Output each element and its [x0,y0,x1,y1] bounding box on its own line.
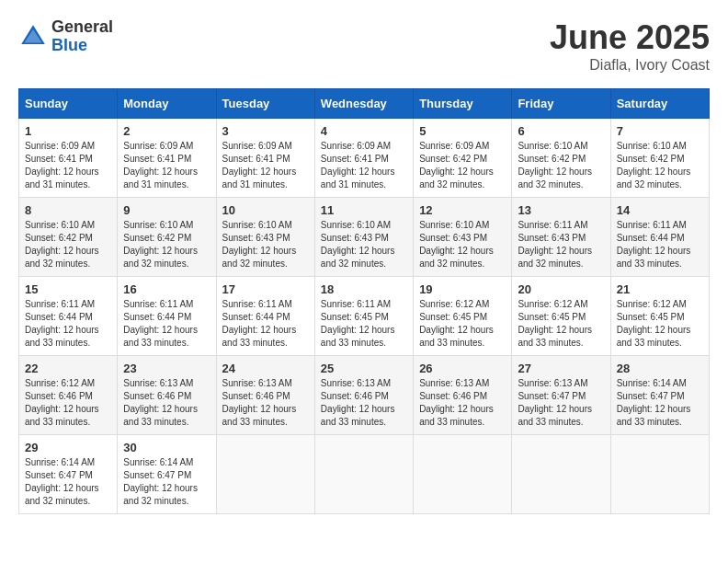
weekday-header-sunday: Sunday [19,89,118,119]
calendar-week-3: 15 Sunrise: 6:11 AMSunset: 6:44 PMDaylig… [19,277,710,356]
calendar-cell: 3 Sunrise: 6:09 AMSunset: 6:41 PMDayligh… [216,119,314,198]
day-number: 28 [617,362,703,375]
weekday-header-row: SundayMondayTuesdayWednesdayThursdayFrid… [19,89,710,119]
calendar-week-5: 29 Sunrise: 6:14 AMSunset: 6:47 PMDaylig… [19,435,710,514]
logo-icon [18,22,48,52]
weekday-header-tuesday: Tuesday [216,89,314,119]
calendar-cell: 5 Sunrise: 6:09 AMSunset: 6:42 PMDayligh… [414,119,512,198]
calendar-cell: 15 Sunrise: 6:11 AMSunset: 6:44 PMDaylig… [19,277,118,356]
day-number: 26 [419,362,506,375]
calendar-week-4: 22 Sunrise: 6:12 AMSunset: 6:46 PMDaylig… [19,356,710,435]
calendar-cell: 6 Sunrise: 6:10 AMSunset: 6:42 PMDayligh… [512,119,610,198]
day-info: Sunrise: 6:13 AMSunset: 6:47 PMDaylight:… [518,377,604,429]
day-number: 18 [321,282,407,296]
day-info: Sunrise: 6:09 AMSunset: 6:41 PMDaylight:… [222,140,309,191]
day-info: Sunrise: 6:10 AMSunset: 6:42 PMDaylight:… [617,140,703,191]
day-number: 30 [123,441,210,454]
title-block: June 2025 Diafla, Ivory Coast [550,18,710,74]
day-number: 15 [25,282,111,296]
logo: General Blue [18,18,113,55]
calendar-cell [414,435,512,514]
calendar-cell: 4 Sunrise: 6:09 AMSunset: 6:41 PMDayligh… [314,119,413,198]
weekday-header-monday: Monday [118,89,216,119]
calendar-cell: 24 Sunrise: 6:13 AMSunset: 6:46 PMDaylig… [216,356,314,435]
calendar-cell [216,435,314,514]
calendar-cell: 26 Sunrise: 6:13 AMSunset: 6:46 PMDaylig… [414,356,512,435]
logo-general-text: General [51,18,113,37]
day-number: 17 [222,282,309,296]
day-info: Sunrise: 6:09 AMSunset: 6:42 PMDaylight:… [419,140,506,191]
day-number: 16 [123,282,210,296]
day-info: Sunrise: 6:11 AMSunset: 6:44 PMDaylight:… [617,219,703,270]
day-number: 3 [222,124,309,138]
day-number: 19 [419,282,506,296]
day-info: Sunrise: 6:11 AMSunset: 6:44 PMDaylight:… [25,298,111,350]
calendar-cell [512,435,610,514]
day-info: Sunrise: 6:11 AMSunset: 6:45 PMDaylight:… [321,298,407,350]
calendar-week-2: 8 Sunrise: 6:10 AMSunset: 6:42 PMDayligh… [19,198,710,277]
day-number: 25 [321,362,407,375]
calendar-cell: 1 Sunrise: 6:09 AMSunset: 6:41 PMDayligh… [19,119,118,198]
calendar-cell: 22 Sunrise: 6:12 AMSunset: 6:46 PMDaylig… [19,356,118,435]
calendar-cell: 9 Sunrise: 6:10 AMSunset: 6:42 PMDayligh… [118,198,216,277]
day-number: 27 [518,362,604,375]
day-info: Sunrise: 6:09 AMSunset: 6:41 PMDaylight:… [25,140,111,191]
day-number: 24 [222,362,309,375]
calendar-cell: 23 Sunrise: 6:13 AMSunset: 6:46 PMDaylig… [118,356,216,435]
weekday-header-wednesday: Wednesday [314,89,413,119]
calendar-cell: 19 Sunrise: 6:12 AMSunset: 6:45 PMDaylig… [414,277,512,356]
day-number: 12 [419,203,506,217]
day-number: 9 [123,203,210,217]
day-info: Sunrise: 6:12 AMSunset: 6:45 PMDaylight:… [419,298,506,350]
day-number: 5 [419,124,506,138]
calendar-cell: 12 Sunrise: 6:10 AMSunset: 6:43 PMDaylig… [414,198,512,277]
calendar-cell [314,435,413,514]
day-info: Sunrise: 6:10 AMSunset: 6:43 PMDaylight:… [419,219,506,270]
calendar-week-1: 1 Sunrise: 6:09 AMSunset: 6:41 PMDayligh… [19,119,710,198]
calendar-cell: 30 Sunrise: 6:14 AMSunset: 6:47 PMDaylig… [118,435,216,514]
day-number: 6 [518,124,604,138]
day-info: Sunrise: 6:13 AMSunset: 6:46 PMDaylight:… [419,377,506,429]
day-number: 13 [518,203,604,217]
day-info: Sunrise: 6:11 AMSunset: 6:43 PMDaylight:… [518,219,604,270]
calendar-cell: 17 Sunrise: 6:11 AMSunset: 6:44 PMDaylig… [216,277,314,356]
calendar-cell: 20 Sunrise: 6:12 AMSunset: 6:45 PMDaylig… [512,277,610,356]
calendar-title: June 2025 [550,18,710,57]
logo-text: General Blue [51,18,113,55]
day-info: Sunrise: 6:12 AMSunset: 6:46 PMDaylight:… [25,377,111,429]
day-number: 4 [321,124,407,138]
day-number: 11 [321,203,407,217]
calendar-cell: 28 Sunrise: 6:14 AMSunset: 6:47 PMDaylig… [610,356,709,435]
calendar-cell: 11 Sunrise: 6:10 AMSunset: 6:43 PMDaylig… [314,198,413,277]
day-info: Sunrise: 6:09 AMSunset: 6:41 PMDaylight:… [321,140,407,191]
day-info: Sunrise: 6:14 AMSunset: 6:47 PMDaylight:… [123,456,210,508]
day-number: 7 [617,124,703,138]
day-info: Sunrise: 6:13 AMSunset: 6:46 PMDaylight:… [222,377,309,429]
calendar-cell: 7 Sunrise: 6:10 AMSunset: 6:42 PMDayligh… [610,119,709,198]
day-number: 10 [222,203,309,217]
day-info: Sunrise: 6:13 AMSunset: 6:46 PMDaylight:… [123,377,210,429]
calendar-cell [610,435,709,514]
calendar-cell: 2 Sunrise: 6:09 AMSunset: 6:41 PMDayligh… [118,119,216,198]
calendar-cell: 25 Sunrise: 6:13 AMSunset: 6:46 PMDaylig… [314,356,413,435]
logo-blue-text: Blue [51,37,113,55]
day-info: Sunrise: 6:14 AMSunset: 6:47 PMDaylight:… [617,377,703,429]
day-info: Sunrise: 6:10 AMSunset: 6:42 PMDaylight:… [518,140,604,191]
day-info: Sunrise: 6:10 AMSunset: 6:42 PMDaylight:… [123,219,210,270]
calendar-cell: 21 Sunrise: 6:12 AMSunset: 6:45 PMDaylig… [610,277,709,356]
day-number: 14 [617,203,703,217]
day-info: Sunrise: 6:12 AMSunset: 6:45 PMDaylight:… [617,298,703,350]
day-number: 20 [518,282,604,296]
day-number: 1 [25,124,111,138]
calendar-cell: 10 Sunrise: 6:10 AMSunset: 6:43 PMDaylig… [216,198,314,277]
day-number: 2 [123,124,210,138]
weekday-header-friday: Friday [512,89,610,119]
day-number: 23 [123,362,210,375]
calendar-cell: 8 Sunrise: 6:10 AMSunset: 6:42 PMDayligh… [19,198,118,277]
day-info: Sunrise: 6:10 AMSunset: 6:42 PMDaylight:… [25,219,111,270]
day-info: Sunrise: 6:10 AMSunset: 6:43 PMDaylight:… [222,219,309,270]
page-header: General Blue June 2025 Diafla, Ivory Coa… [18,18,710,74]
calendar-cell: 13 Sunrise: 6:11 AMSunset: 6:43 PMDaylig… [512,198,610,277]
calendar-cell: 16 Sunrise: 6:11 AMSunset: 6:44 PMDaylig… [118,277,216,356]
weekday-header-thursday: Thursday [414,89,512,119]
